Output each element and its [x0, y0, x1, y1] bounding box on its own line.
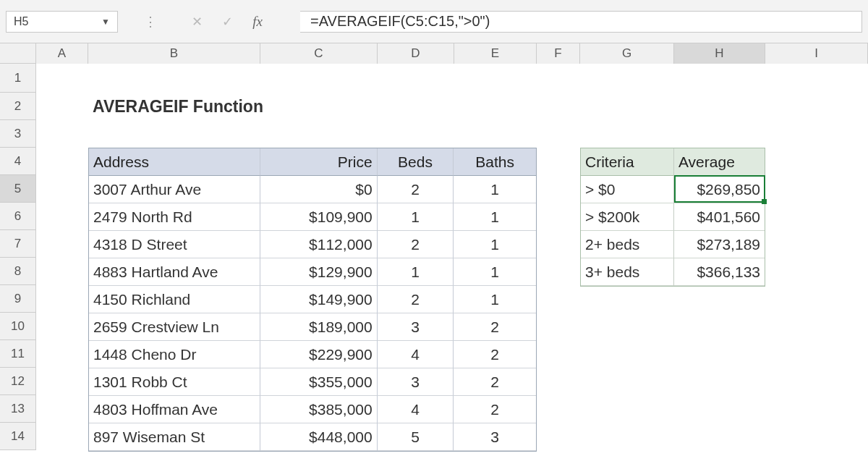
cell[interactable]: 2479 North Rd	[89, 203, 260, 231]
cancel-icon[interactable]: ✕	[182, 11, 212, 33]
row-header-3[interactable]: 3	[0, 120, 36, 148]
grid[interactable]: AVERAGEIF Function Address Price Beds Ba…	[36, 64, 868, 456]
row-header-5[interactable]: 5	[0, 175, 36, 203]
cell[interactable]: 2+ beds	[581, 231, 674, 258]
row-header-10[interactable]: 10	[0, 313, 36, 340]
cell[interactable]: 2	[454, 368, 536, 396]
row-header-11[interactable]: 11	[0, 340, 36, 368]
cell[interactable]: 5	[378, 423, 454, 451]
col-header-G[interactable]: G	[580, 43, 674, 64]
cell[interactable]: $385,000	[260, 396, 377, 423]
cell[interactable]: 2	[454, 341, 536, 368]
row-header-8[interactable]: 8	[0, 258, 36, 285]
th-price[interactable]: Price	[260, 148, 377, 176]
cell[interactable]: 4883 Hartland Ave	[89, 258, 260, 286]
cell[interactable]: 2	[378, 176, 454, 203]
cell[interactable]: 2659 Crestview Ln	[89, 313, 260, 341]
cell[interactable]: 2	[378, 231, 454, 258]
cell[interactable]: 1448 Cheno Dr	[89, 341, 260, 368]
cell[interactable]: 3	[378, 313, 454, 341]
col-header-E[interactable]: E	[454, 43, 537, 64]
th-beds[interactable]: Beds	[378, 148, 454, 176]
th-address[interactable]: Address	[89, 148, 260, 176]
name-box[interactable]: H5 ▼	[6, 11, 118, 33]
cell[interactable]: $189,000	[260, 313, 377, 341]
cell[interactable]: 2	[378, 286, 454, 313]
table-row[interactable]: 4883 Hartland Ave$129,90011	[89, 258, 536, 286]
row-header-13[interactable]: 13	[0, 395, 36, 423]
cell[interactable]: 3007 Arthur Ave	[89, 176, 260, 203]
th-baths[interactable]: Baths	[454, 148, 536, 176]
cell[interactable]: 4803 Hoffman Ave	[89, 396, 260, 423]
cell[interactable]: 4	[378, 396, 454, 423]
cell[interactable]: 1	[454, 231, 536, 258]
table-row[interactable]: 1301 Robb Ct$355,00032	[89, 368, 536, 396]
col-header-C[interactable]: C	[260, 43, 378, 64]
cell[interactable]: 1	[378, 203, 454, 231]
cell[interactable]: > $0	[581, 176, 674, 203]
cell[interactable]: 4	[378, 341, 454, 368]
cell[interactable]: 4318 D Street	[89, 231, 260, 258]
cell[interactable]: 1	[454, 258, 536, 286]
row-header-9[interactable]: 9	[0, 285, 36, 313]
col-header-I[interactable]: I	[765, 43, 868, 64]
table-row[interactable]: 3+ beds$366,133	[581, 258, 765, 286]
row-header-6[interactable]: 6	[0, 203, 36, 230]
row-header-1[interactable]: 1	[0, 64, 36, 93]
chevron-down-icon[interactable]: ▼	[101, 17, 110, 27]
cell[interactable]: $448,000	[260, 423, 377, 451]
col-header-H[interactable]: H	[674, 43, 765, 64]
dots-icon[interactable]: ⋮	[135, 11, 166, 33]
table-row[interactable]: > $200k$401,560	[581, 203, 765, 231]
cell[interactable]: 2	[454, 313, 536, 341]
col-header-D[interactable]: D	[378, 43, 454, 64]
cell[interactable]: $401,560	[674, 203, 765, 231]
cell[interactable]: > $200k	[581, 203, 674, 231]
table-row[interactable]: 2+ beds$273,189	[581, 231, 765, 258]
cell[interactable]: $366,133	[674, 258, 765, 286]
cell[interactable]: 897 Wiseman St	[89, 423, 260, 451]
cell[interactable]: $149,900	[260, 286, 377, 313]
cell[interactable]: $269,850	[674, 176, 765, 203]
table-row[interactable]: 3007 Arthur Ave$021	[89, 176, 536, 203]
cell[interactable]: $273,189	[674, 231, 765, 258]
cell[interactable]: $112,000	[260, 231, 377, 258]
cell[interactable]: $129,900	[260, 258, 377, 286]
table-row[interactable]: > $0$269,850	[581, 176, 765, 203]
table-row[interactable]: 4318 D Street$112,00021	[89, 231, 536, 258]
cell[interactable]: 3	[454, 423, 536, 451]
col-header-B[interactable]: B	[88, 43, 260, 64]
cell[interactable]: $229,900	[260, 341, 377, 368]
col-header-F[interactable]: F	[537, 43, 580, 64]
cell[interactable]: 3	[378, 368, 454, 396]
table-row[interactable]: 897 Wiseman St$448,00053	[89, 423, 536, 451]
table-row[interactable]: 4803 Hoffman Ave$385,00042	[89, 396, 536, 423]
table-row[interactable]: 1448 Cheno Dr$229,90042	[89, 341, 536, 368]
col-header-A[interactable]: A	[36, 43, 88, 64]
cell[interactable]: $109,900	[260, 203, 377, 231]
th-criteria[interactable]: Criteria	[581, 148, 674, 176]
th-average[interactable]: Average	[674, 148, 765, 176]
table-row[interactable]: 2479 North Rd$109,90011	[89, 203, 536, 231]
row-header-4[interactable]: 4	[0, 148, 36, 175]
cell[interactable]: 1	[454, 176, 536, 203]
table-row[interactable]: 2659 Crestview Ln$189,00032	[89, 313, 536, 341]
cell[interactable]: 1301 Robb Ct	[89, 368, 260, 396]
cell[interactable]: 4150 Richland	[89, 286, 260, 313]
cell[interactable]: 2	[454, 396, 536, 423]
row-header-7[interactable]: 7	[0, 230, 36, 258]
row-header-14[interactable]: 14	[0, 423, 36, 450]
cell[interactable]: $0	[260, 176, 377, 203]
cell[interactable]: 1	[454, 286, 536, 313]
cell[interactable]: 1	[378, 258, 454, 286]
row-header-12[interactable]: 12	[0, 368, 36, 395]
accept-icon[interactable]: ✓	[212, 11, 242, 33]
formula-input[interactable]: =AVERAGEIF(C5:C15,">0")	[300, 11, 862, 33]
cell[interactable]: 3+ beds	[581, 258, 674, 286]
cell[interactable]: 1	[454, 203, 536, 231]
select-all-corner[interactable]	[0, 43, 36, 64]
table-row[interactable]: 4150 Richland$149,90021	[89, 286, 536, 313]
fx-icon[interactable]: fx	[242, 11, 273, 33]
row-header-2[interactable]: 2	[0, 93, 36, 120]
cell[interactable]: $355,000	[260, 368, 377, 396]
